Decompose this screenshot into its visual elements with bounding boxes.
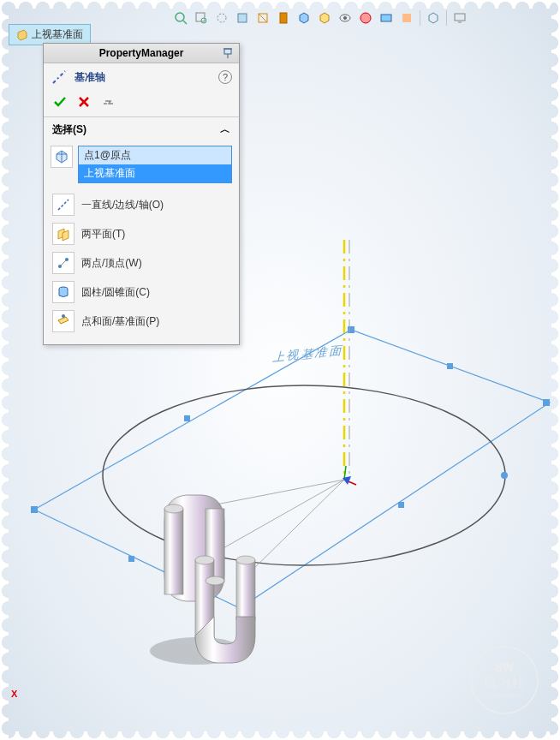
cube2-icon[interactable] [315,9,334,27]
selection-item[interactable]: 上视基准面 [79,164,231,182]
sketch-circle[interactable] [103,385,505,565]
option-label: 两点/顶点(W) [81,256,142,271]
axis-feature-icon [51,69,68,86]
svg-point-9 [206,576,224,585]
pm-actions [44,91,239,117]
zoom-fit-icon[interactable] [171,9,190,27]
ok-button[interactable] [52,94,68,110]
svg-line-13 [183,21,187,24]
option-label: 圆柱/圆锥面(C) [81,285,150,300]
hide-show-icon[interactable] [336,9,354,27]
selection-list[interactable]: 点1@原点 上视基准面 [78,146,232,183]
zoom-area-icon[interactable] [192,9,211,27]
svg-rect-26 [455,14,465,21]
section-header[interactable]: 选择(S) ︿ [44,117,239,142]
circle-point[interactable] [501,472,508,479]
svg-point-41 [62,314,65,318]
svg-line-31 [53,71,65,83]
cube-icon[interactable] [295,9,313,27]
option-label: 点和面/基准面(P) [81,314,159,329]
svg-point-15 [201,18,206,23]
watermark-cn: 研习社 [484,674,525,692]
help-icon[interactable]: ? [218,70,232,84]
zoom-prev-icon[interactable] [212,9,231,27]
heads-up-toolbar [171,9,469,27]
svg-point-10 [195,556,214,564]
plane-midhandle[interactable] [184,415,190,421]
svg-point-22 [343,16,347,20]
display-style-icon[interactable] [274,9,293,27]
section2-icon[interactable] [253,9,272,27]
plane-name: 上视基准面 [32,27,83,42]
svg-rect-20 [280,13,287,23]
pushpin-icon[interactable] [100,94,116,110]
selection-item[interactable]: 点1@原点 [79,146,231,164]
plane-midhandle[interactable] [447,363,453,369]
appearance-icon[interactable] [356,9,375,27]
svg-rect-25 [402,14,411,22]
point-face-icon [52,310,74,332]
option-two-planes[interactable]: 两平面(T) [51,219,232,248]
separator [420,10,420,26]
line-edge-icon [52,194,74,216]
svg-point-11 [236,556,255,564]
monitor-icon[interactable] [450,9,469,27]
svg-line-39 [60,260,67,266]
watermark-sub: SolidWorks [487,692,521,700]
plane-midhandle[interactable] [398,502,404,508]
plane-outline[interactable] [34,330,550,608]
svg-rect-4 [164,509,183,594]
pin-icon[interactable] [220,45,235,61]
plane-handle[interactable] [543,399,550,406]
scene-icon[interactable] [377,9,396,27]
plane-handle[interactable] [348,326,354,333]
svg-rect-28 [224,49,231,54]
construction-line [245,480,344,577]
origin-axis-indicator: X [11,689,17,699]
chevron-up-icon: ︿ [220,122,230,137]
svg-point-8 [164,504,183,513]
pm-feature-row: 基准轴 ? [44,63,239,91]
svg-rect-7 [236,560,255,620]
svg-rect-17 [238,14,247,22]
option-two-points[interactable]: 两点/顶点(W) [51,248,232,278]
option-label: 两平面(T) [81,227,125,242]
option-line-edge-axis[interactable]: 一直线/边线/轴(O) [51,190,232,219]
svg-line-19 [259,14,267,22]
separator [446,10,447,26]
feature-name: 基准轴 [74,70,105,85]
watermark-sw: SW [495,660,515,674]
selection-row: 点1@原点 上视基准面 [51,146,232,183]
svg-point-23 [360,13,371,23]
section-label: 选择(S) [52,122,86,137]
section-icon[interactable] [233,9,252,27]
cancel-button[interactable] [76,94,92,110]
svg-point-12 [176,13,184,21]
section-body: 点1@原点 上视基准面 一直线/边线/轴(O) 两平面(T) 两点/顶点(W) … [44,142,239,344]
pm-header: PropertyManager [44,44,239,63]
watermark: SW 研习社 SolidWorks [470,646,539,714]
pm-title: PropertyManager [99,47,184,59]
svg-point-16 [217,14,226,22]
clip-body[interactable] [150,495,255,665]
plane-handle[interactable] [31,506,38,513]
svg-rect-24 [381,15,391,21]
two-points-icon [52,252,74,274]
origin-marker[interactable] [343,466,356,485]
option-label: 一直线/边线/轴(O) [81,198,164,212]
view-orient-icon[interactable] [424,9,443,27]
cylinder-icon [52,281,74,303]
render-icon[interactable] [397,9,416,27]
option-point-face[interactable]: 点和面/基准面(P) [51,307,232,336]
svg-rect-14 [196,13,205,21]
option-cylindrical[interactable]: 圆柱/圆锥面(C) [51,278,232,307]
plane-midhandle[interactable] [128,556,134,562]
svg-line-36 [58,200,69,210]
plane-icon [16,29,28,41]
two-planes-icon [52,223,74,245]
selection-type-icon[interactable] [51,146,73,168]
property-manager-panel: PropertyManager 基准轴 ? 选择(S) ︿ 点1@原点 上视基准… [43,43,240,345]
